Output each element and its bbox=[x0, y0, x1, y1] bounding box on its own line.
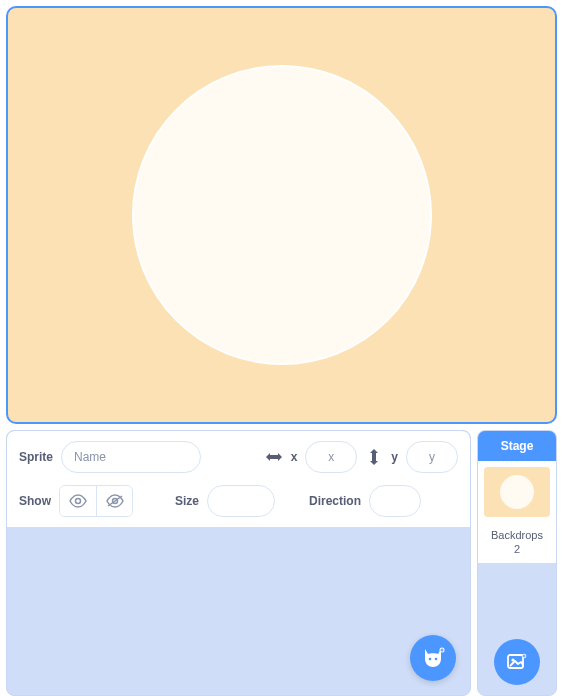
stage-panel: Stage Backdrops 2 bbox=[477, 430, 557, 696]
svg-point-3 bbox=[429, 658, 432, 661]
stage-thumbnail-wrap[interactable] bbox=[478, 461, 556, 523]
sprite-direction-input[interactable] bbox=[369, 485, 421, 517]
y-axis-label: y bbox=[391, 450, 398, 464]
stage-header: Stage bbox=[478, 431, 556, 461]
backdrops-label: Backdrops bbox=[478, 523, 556, 543]
cat-icon bbox=[420, 645, 446, 671]
sprite-y-input[interactable]: y bbox=[406, 441, 458, 473]
horizontal-arrows-icon bbox=[265, 448, 283, 466]
stage-backdrop-circle bbox=[132, 65, 432, 365]
sprite-name-input[interactable]: Name bbox=[61, 441, 201, 473]
svg-point-0 bbox=[76, 499, 81, 504]
sprite-info-row-2: Show Size bbox=[19, 485, 458, 517]
sprite-panel: Sprite Name x x y y bbox=[6, 430, 471, 696]
sprite-x-value: x bbox=[328, 450, 334, 464]
svg-point-4 bbox=[435, 658, 438, 661]
x-axis-label: x bbox=[291, 450, 298, 464]
add-sprite-button[interactable] bbox=[410, 635, 456, 681]
backdrops-count: 2 bbox=[478, 543, 556, 563]
visibility-toggle bbox=[59, 485, 133, 517]
sprite-name-placeholder: Name bbox=[74, 450, 106, 464]
eye-slash-icon bbox=[106, 494, 124, 508]
stage-panel-spacer bbox=[478, 563, 556, 629]
sprite-stage-panels: Sprite Name x x y y bbox=[6, 430, 557, 696]
hide-sprite-button[interactable] bbox=[96, 486, 132, 516]
add-backdrop-wrap bbox=[478, 629, 556, 695]
sprite-list bbox=[7, 527, 470, 695]
size-label: Size bbox=[175, 494, 199, 508]
sprite-x-input[interactable]: x bbox=[305, 441, 357, 473]
sprite-info-bar: Sprite Name x x y y bbox=[7, 431, 470, 527]
eye-icon bbox=[69, 494, 87, 508]
vertical-arrows-icon bbox=[365, 448, 383, 466]
sprite-label: Sprite bbox=[19, 450, 53, 464]
sprite-info-row-1: Sprite Name x x y y bbox=[19, 441, 458, 473]
show-label: Show bbox=[19, 494, 51, 508]
stage-canvas[interactable] bbox=[6, 6, 557, 424]
image-icon bbox=[506, 651, 528, 673]
stage-thumbnail bbox=[484, 467, 550, 517]
add-backdrop-button[interactable] bbox=[494, 639, 540, 685]
direction-label: Direction bbox=[309, 494, 361, 508]
thumb-circle bbox=[500, 475, 534, 509]
sprite-y-value: y bbox=[429, 450, 435, 464]
show-sprite-button[interactable] bbox=[60, 486, 96, 516]
sprite-size-input[interactable] bbox=[207, 485, 275, 517]
